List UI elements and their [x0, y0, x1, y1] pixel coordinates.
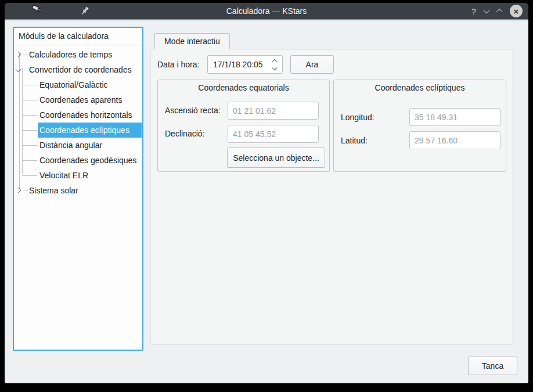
- maximize-icon[interactable]: [497, 9, 502, 13]
- titlebar: Calculadora — KStars ? ×: [5, 3, 528, 19]
- window-title: Calculadora — KStars: [5, 6, 528, 16]
- group-title: Coordenades equatorials: [158, 83, 329, 92]
- select-object-button[interactable]: Selecciona un objecte...: [227, 148, 325, 168]
- close-icon[interactable]: ×: [510, 5, 523, 17]
- latitude-input[interactable]: [409, 131, 500, 149]
- tree-item-coordenades-horitzontals[interactable]: Coordenades horitzontals: [14, 107, 142, 123]
- group-title: Coordenades eclíptiques: [334, 83, 506, 92]
- datetime-spinbox[interactable]: [207, 55, 283, 74]
- close-dialog-button[interactable]: Tanca: [468, 357, 517, 375]
- tree-item-sistema-solar[interactable]: Sistema solar: [14, 183, 142, 198]
- modules-tree: Calculadores de temps Convertidor de coo…: [14, 45, 142, 198]
- module-view: Mode interactiu Data i hora: Ara Coorden…: [150, 33, 513, 344]
- spin-down-icon[interactable]: [272, 65, 277, 70]
- dec-label: Declinació:: [165, 129, 204, 138]
- datetime-input[interactable]: [208, 56, 268, 73]
- equatorial-coordinates-group: Coordenades equatorials Ascensió recta: …: [157, 80, 330, 172]
- latitude-label: Latitud:: [341, 136, 368, 145]
- kstars-calculator-window: Calculadora — KStars ? × Mòduls de la ca…: [5, 3, 528, 383]
- tree-item-velocitat-elr[interactable]: Velocitat ELR: [14, 168, 142, 183]
- tree-item-coordenades-ecliptiques[interactable]: Coordenades eclíptiques: [14, 123, 142, 138]
- tree-item-distancia-angular[interactable]: Distància angular: [14, 138, 142, 153]
- ra-input[interactable]: [228, 102, 319, 120]
- help-icon[interactable]: ?: [471, 7, 476, 16]
- ra-label: Ascensió recta:: [165, 106, 221, 115]
- interactive-mode-pane: Data i hora: Ara Coordenades equatorials…: [150, 49, 513, 344]
- modules-header: Mòduls de la calculadora: [14, 28, 142, 45]
- longitude-label: Longitud:: [341, 113, 374, 122]
- tree-item-convertidor-de-coordenades[interactable]: Convertidor de coordenades: [14, 62, 142, 77]
- tab-mode-interactiu[interactable]: Mode interactiu: [154, 33, 230, 49]
- dec-input[interactable]: [228, 125, 319, 143]
- calculator-modules-panel: Mòduls de la calculadora Calculadores de…: [13, 27, 143, 351]
- ecliptic-coordinates-group: Coordenades eclíptiques Longitud: Latitu…: [333, 80, 506, 172]
- now-button[interactable]: Ara: [290, 55, 334, 74]
- tree-item-equatorial-galactic[interactable]: Equatorial/Galàctic: [14, 77, 142, 92]
- minimize-icon[interactable]: [484, 9, 489, 13]
- tree-item-coordenades-geodesiques[interactable]: Coordenades geodèsiques: [14, 153, 142, 168]
- spin-up-icon[interactable]: [272, 59, 277, 63]
- tree-item-calculadores-de-temps[interactable]: Calculadores de temps: [14, 47, 142, 62]
- dialog-content: Mòduls de la calculadora Calculadores de…: [5, 20, 528, 383]
- tree-item-coordenades-aparents[interactable]: Coordenades aparents: [14, 92, 142, 107]
- longitude-input[interactable]: [409, 108, 500, 126]
- datetime-label: Data i hora:: [157, 55, 199, 74]
